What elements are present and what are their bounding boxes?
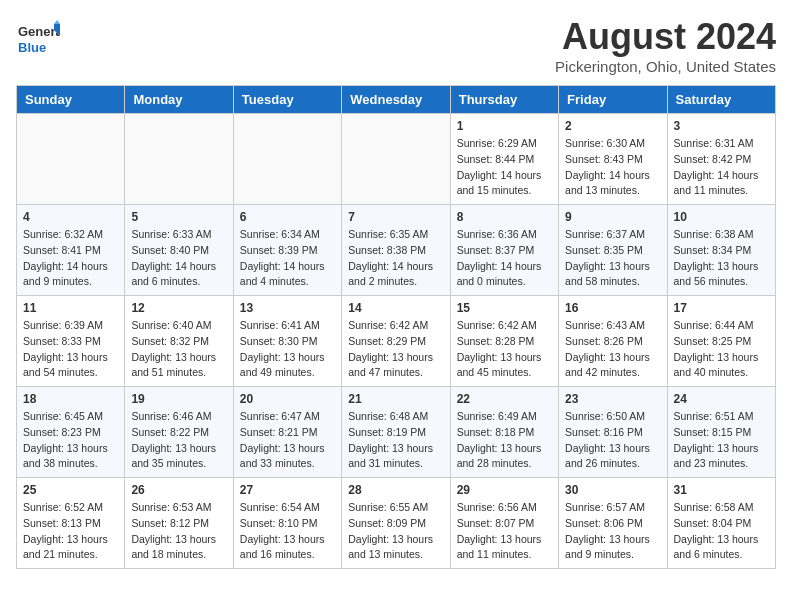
day-info: Sunrise: 6:36 AMSunset: 8:37 PMDaylight:… xyxy=(457,227,552,290)
calendar-cell: 5Sunrise: 6:33 AMSunset: 8:40 PMDaylight… xyxy=(125,205,233,296)
day-info: Sunrise: 6:31 AMSunset: 8:42 PMDaylight:… xyxy=(674,136,769,199)
calendar-cell: 9Sunrise: 6:37 AMSunset: 8:35 PMDaylight… xyxy=(559,205,667,296)
calendar-cell: 7Sunrise: 6:35 AMSunset: 8:38 PMDaylight… xyxy=(342,205,450,296)
calendar-cell: 16Sunrise: 6:43 AMSunset: 8:26 PMDayligh… xyxy=(559,296,667,387)
day-info: Sunrise: 6:48 AMSunset: 8:19 PMDaylight:… xyxy=(348,409,443,472)
day-info: Sunrise: 6:55 AMSunset: 8:09 PMDaylight:… xyxy=(348,500,443,563)
page-header: General Blue August 2024 Pickerington, O… xyxy=(16,16,776,75)
calendar-header: SundayMondayTuesdayWednesdayThursdayFrid… xyxy=(17,86,776,114)
calendar-cell: 28Sunrise: 6:55 AMSunset: 8:09 PMDayligh… xyxy=(342,478,450,569)
day-number: 30 xyxy=(565,483,660,497)
calendar-cell: 24Sunrise: 6:51 AMSunset: 8:15 PMDayligh… xyxy=(667,387,775,478)
day-number: 14 xyxy=(348,301,443,315)
calendar-body: 1Sunrise: 6:29 AMSunset: 8:44 PMDaylight… xyxy=(17,114,776,569)
day-info: Sunrise: 6:52 AMSunset: 8:13 PMDaylight:… xyxy=(23,500,118,563)
calendar-cell xyxy=(342,114,450,205)
day-number: 11 xyxy=(23,301,118,315)
calendar-cell: 31Sunrise: 6:58 AMSunset: 8:04 PMDayligh… xyxy=(667,478,775,569)
day-number: 13 xyxy=(240,301,335,315)
day-number: 17 xyxy=(674,301,769,315)
day-number: 12 xyxy=(131,301,226,315)
calendar-week-3: 11Sunrise: 6:39 AMSunset: 8:33 PMDayligh… xyxy=(17,296,776,387)
calendar-cell: 17Sunrise: 6:44 AMSunset: 8:25 PMDayligh… xyxy=(667,296,775,387)
day-info: Sunrise: 6:32 AMSunset: 8:41 PMDaylight:… xyxy=(23,227,118,290)
day-info: Sunrise: 6:42 AMSunset: 8:28 PMDaylight:… xyxy=(457,318,552,381)
day-number: 31 xyxy=(674,483,769,497)
day-header-monday: Monday xyxy=(125,86,233,114)
calendar-cell: 10Sunrise: 6:38 AMSunset: 8:34 PMDayligh… xyxy=(667,205,775,296)
calendar-cell: 14Sunrise: 6:42 AMSunset: 8:29 PMDayligh… xyxy=(342,296,450,387)
calendar-cell: 25Sunrise: 6:52 AMSunset: 8:13 PMDayligh… xyxy=(17,478,125,569)
calendar-table: SundayMondayTuesdayWednesdayThursdayFrid… xyxy=(16,85,776,569)
day-info: Sunrise: 6:35 AMSunset: 8:38 PMDaylight:… xyxy=(348,227,443,290)
day-header-friday: Friday xyxy=(559,86,667,114)
logo-graphic: General Blue xyxy=(16,16,60,64)
svg-text:Blue: Blue xyxy=(18,40,46,55)
calendar-cell: 21Sunrise: 6:48 AMSunset: 8:19 PMDayligh… xyxy=(342,387,450,478)
day-number: 21 xyxy=(348,392,443,406)
day-info: Sunrise: 6:54 AMSunset: 8:10 PMDaylight:… xyxy=(240,500,335,563)
calendar-cell: 2Sunrise: 6:30 AMSunset: 8:43 PMDaylight… xyxy=(559,114,667,205)
day-info: Sunrise: 6:57 AMSunset: 8:06 PMDaylight:… xyxy=(565,500,660,563)
day-info: Sunrise: 6:58 AMSunset: 8:04 PMDaylight:… xyxy=(674,500,769,563)
calendar-cell: 27Sunrise: 6:54 AMSunset: 8:10 PMDayligh… xyxy=(233,478,341,569)
main-title: August 2024 xyxy=(555,16,776,58)
calendar-week-1: 1Sunrise: 6:29 AMSunset: 8:44 PMDaylight… xyxy=(17,114,776,205)
day-info: Sunrise: 6:34 AMSunset: 8:39 PMDaylight:… xyxy=(240,227,335,290)
calendar-cell: 23Sunrise: 6:50 AMSunset: 8:16 PMDayligh… xyxy=(559,387,667,478)
day-info: Sunrise: 6:37 AMSunset: 8:35 PMDaylight:… xyxy=(565,227,660,290)
subtitle: Pickerington, Ohio, United States xyxy=(555,58,776,75)
svg-marker-3 xyxy=(54,20,60,24)
day-info: Sunrise: 6:44 AMSunset: 8:25 PMDaylight:… xyxy=(674,318,769,381)
day-number: 26 xyxy=(131,483,226,497)
day-number: 20 xyxy=(240,392,335,406)
calendar-cell: 12Sunrise: 6:40 AMSunset: 8:32 PMDayligh… xyxy=(125,296,233,387)
day-info: Sunrise: 6:47 AMSunset: 8:21 PMDaylight:… xyxy=(240,409,335,472)
day-number: 2 xyxy=(565,119,660,133)
day-info: Sunrise: 6:40 AMSunset: 8:32 PMDaylight:… xyxy=(131,318,226,381)
day-header-tuesday: Tuesday xyxy=(233,86,341,114)
day-number: 22 xyxy=(457,392,552,406)
day-info: Sunrise: 6:56 AMSunset: 8:07 PMDaylight:… xyxy=(457,500,552,563)
day-number: 23 xyxy=(565,392,660,406)
day-number: 25 xyxy=(23,483,118,497)
calendar-cell: 22Sunrise: 6:49 AMSunset: 8:18 PMDayligh… xyxy=(450,387,558,478)
svg-text:General: General xyxy=(18,24,60,39)
day-info: Sunrise: 6:33 AMSunset: 8:40 PMDaylight:… xyxy=(131,227,226,290)
day-number: 8 xyxy=(457,210,552,224)
day-number: 18 xyxy=(23,392,118,406)
day-number: 29 xyxy=(457,483,552,497)
calendar-cell: 15Sunrise: 6:42 AMSunset: 8:28 PMDayligh… xyxy=(450,296,558,387)
calendar-cell: 29Sunrise: 6:56 AMSunset: 8:07 PMDayligh… xyxy=(450,478,558,569)
day-info: Sunrise: 6:53 AMSunset: 8:12 PMDaylight:… xyxy=(131,500,226,563)
day-number: 6 xyxy=(240,210,335,224)
day-header-thursday: Thursday xyxy=(450,86,558,114)
calendar-week-4: 18Sunrise: 6:45 AMSunset: 8:23 PMDayligh… xyxy=(17,387,776,478)
day-info: Sunrise: 6:30 AMSunset: 8:43 PMDaylight:… xyxy=(565,136,660,199)
day-number: 16 xyxy=(565,301,660,315)
day-number: 28 xyxy=(348,483,443,497)
calendar-cell xyxy=(125,114,233,205)
calendar-week-2: 4Sunrise: 6:32 AMSunset: 8:41 PMDaylight… xyxy=(17,205,776,296)
day-number: 24 xyxy=(674,392,769,406)
day-number: 5 xyxy=(131,210,226,224)
day-number: 3 xyxy=(674,119,769,133)
day-info: Sunrise: 6:29 AMSunset: 8:44 PMDaylight:… xyxy=(457,136,552,199)
day-info: Sunrise: 6:45 AMSunset: 8:23 PMDaylight:… xyxy=(23,409,118,472)
day-number: 1 xyxy=(457,119,552,133)
calendar-cell: 1Sunrise: 6:29 AMSunset: 8:44 PMDaylight… xyxy=(450,114,558,205)
day-info: Sunrise: 6:41 AMSunset: 8:30 PMDaylight:… xyxy=(240,318,335,381)
day-number: 15 xyxy=(457,301,552,315)
calendar-cell: 11Sunrise: 6:39 AMSunset: 8:33 PMDayligh… xyxy=(17,296,125,387)
calendar-cell xyxy=(233,114,341,205)
calendar-cell: 30Sunrise: 6:57 AMSunset: 8:06 PMDayligh… xyxy=(559,478,667,569)
day-info: Sunrise: 6:49 AMSunset: 8:18 PMDaylight:… xyxy=(457,409,552,472)
calendar-cell: 19Sunrise: 6:46 AMSunset: 8:22 PMDayligh… xyxy=(125,387,233,478)
day-number: 10 xyxy=(674,210,769,224)
logo: General Blue xyxy=(16,16,60,64)
header-row: SundayMondayTuesdayWednesdayThursdayFrid… xyxy=(17,86,776,114)
calendar-week-5: 25Sunrise: 6:52 AMSunset: 8:13 PMDayligh… xyxy=(17,478,776,569)
day-info: Sunrise: 6:39 AMSunset: 8:33 PMDaylight:… xyxy=(23,318,118,381)
day-info: Sunrise: 6:43 AMSunset: 8:26 PMDaylight:… xyxy=(565,318,660,381)
calendar-cell: 26Sunrise: 6:53 AMSunset: 8:12 PMDayligh… xyxy=(125,478,233,569)
